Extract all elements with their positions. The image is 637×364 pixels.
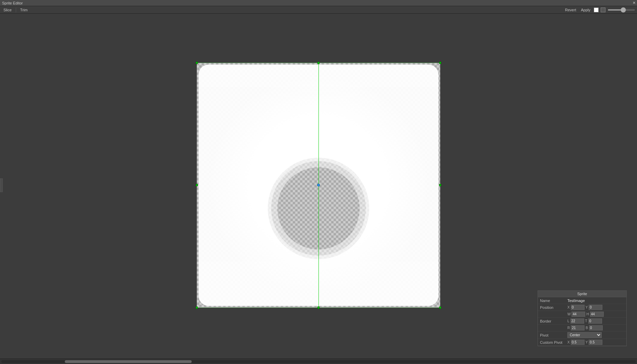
scroll-track bbox=[1, 360, 636, 363]
revert-button[interactable]: Revert bbox=[564, 8, 577, 12]
scroll-thumb[interactable] bbox=[65, 360, 192, 363]
handle-middle-left[interactable] bbox=[196, 184, 198, 186]
toolbar: Slice Trim Revert Apply bbox=[0, 6, 637, 14]
position-row: Position X Y bbox=[538, 304, 626, 311]
size-w-input[interactable] bbox=[572, 312, 585, 317]
name-value: TestImage bbox=[567, 299, 624, 303]
slice-button[interactable]: Slice bbox=[2, 8, 13, 12]
window-title: Sprite Editor bbox=[2, 1, 23, 5]
handle-top-right[interactable] bbox=[439, 62, 441, 64]
border-r-input[interactable] bbox=[571, 325, 585, 330]
name-row: Name TestImage bbox=[538, 297, 626, 304]
toolbar-separator-1 bbox=[16, 8, 16, 12]
custom-pivot-row: Custom Pivot X Y bbox=[538, 339, 626, 346]
close-button[interactable]: ✕ bbox=[633, 1, 636, 5]
position-inputs: X Y bbox=[567, 305, 602, 310]
custom-pivot-label: Custom Pivot bbox=[540, 340, 567, 344]
properties-panel: Sprite Name TestImage Position X Y W H bbox=[538, 290, 627, 346]
title-bar: Sprite Editor ✕ bbox=[0, 0, 637, 6]
size-h-input[interactable] bbox=[590, 312, 604, 317]
horizontal-scrollbar[interactable] bbox=[0, 359, 637, 364]
sprite-canvas bbox=[197, 63, 440, 307]
name-label: Name bbox=[540, 299, 567, 303]
position-y-input[interactable] bbox=[589, 305, 602, 310]
color-swatch-white[interactable] bbox=[594, 8, 599, 12]
canvas-area: Sprite Name TestImage Position X Y W H bbox=[0, 14, 637, 356]
size-row: W H bbox=[538, 311, 626, 318]
handle-middle-right[interactable] bbox=[439, 184, 441, 186]
pivot-select[interactable]: Center TopLeft TopCenter TopRight LeftCe… bbox=[567, 332, 602, 338]
size-inputs: W H bbox=[567, 312, 604, 317]
zoom-bar bbox=[608, 9, 635, 11]
custom-pivot-inputs: X Y bbox=[567, 340, 602, 345]
position-label: Position bbox=[540, 305, 567, 310]
sprite-viewport[interactable] bbox=[197, 63, 440, 307]
border-t-input[interactable] bbox=[588, 318, 602, 324]
border-row: Border L T bbox=[538, 318, 626, 325]
border-label: Border bbox=[540, 319, 567, 323]
custom-pivot-x-input[interactable] bbox=[571, 340, 585, 345]
handle-top-left[interactable] bbox=[196, 62, 198, 64]
left-panel-tab[interactable] bbox=[0, 178, 3, 192]
handle-bottom-right[interactable] bbox=[439, 306, 441, 309]
handle-top-center[interactable] bbox=[317, 62, 320, 64]
color-swatch-dark[interactable] bbox=[601, 8, 605, 12]
border-l-input[interactable] bbox=[570, 318, 584, 324]
custom-pivot-y-input[interactable] bbox=[589, 340, 602, 345]
trim-button[interactable]: Trim bbox=[19, 8, 29, 12]
apply-button[interactable]: Apply bbox=[579, 8, 592, 12]
pivot-row: Pivot Center TopLeft TopCenter TopRight … bbox=[538, 331, 626, 339]
border-rb-row: R B bbox=[538, 325, 626, 331]
toolbar-right: Revert Apply bbox=[564, 8, 635, 12]
zoom-slider[interactable] bbox=[608, 9, 635, 11]
handle-bottom-center[interactable] bbox=[317, 306, 320, 309]
border-inputs: L T bbox=[567, 318, 602, 324]
handle-bottom-left[interactable] bbox=[196, 306, 198, 309]
position-x-input[interactable] bbox=[571, 305, 585, 310]
border-rb-inputs: R B bbox=[567, 325, 603, 330]
panel-header: Sprite bbox=[538, 291, 626, 297]
pivot-label: Pivot bbox=[540, 333, 567, 337]
border-b-input[interactable] bbox=[589, 325, 603, 330]
